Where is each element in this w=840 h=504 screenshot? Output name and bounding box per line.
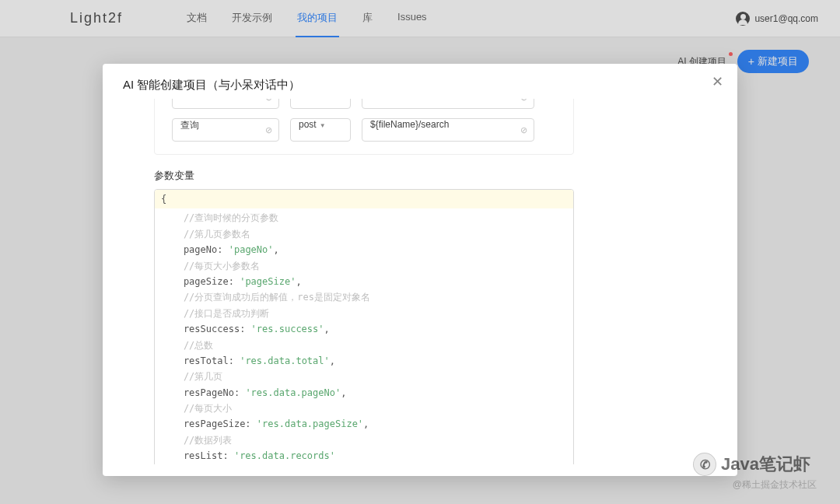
api-method-select[interactable]: post▼ — [290, 118, 351, 142]
code-rest: //查询时候的分页参数 //第几页参数名 pageNo: 'pageNo', /… — [155, 208, 573, 464]
api-config-block: 删除多条⊘post▼${fileName}/removeByIds⊘查询⊘pos… — [154, 99, 574, 155]
code-first-line: { — [155, 190, 573, 208]
clear-icon[interactable]: ⊘ — [520, 99, 527, 103]
api-name-input[interactable]: 查询⊘ — [172, 118, 279, 142]
close-icon[interactable]: ✕ — [712, 75, 723, 89]
params-code-area[interactable]: { //查询时候的分页参数 //第几页参数名 pageNo: 'pageNo',… — [154, 189, 574, 464]
params-label: 参数变量 — [154, 169, 711, 183]
api-row: 查询⊘post▼${fileName}/search⊘ — [172, 118, 556, 142]
modal-title: AI 智能创建项目（与小呆对话中） — [123, 78, 717, 93]
modal-body[interactable]: 删除多条⊘post▼${fileName}/removeByIds⊘查询⊘pos… — [123, 99, 717, 464]
ai-create-modal: ✕ AI 智能创建项目（与小呆对话中） 删除多条⊘post▼${fileName… — [103, 64, 737, 476]
api-url-input[interactable]: ${fileName}/search⊘ — [362, 118, 534, 142]
api-name-input[interactable]: 删除多条⊘ — [172, 99, 279, 109]
chevron-down-icon: ▼ — [320, 122, 326, 129]
clear-icon[interactable]: ⊘ — [265, 99, 272, 103]
clear-icon[interactable]: ⊘ — [265, 125, 272, 135]
api-row: 删除多条⊘post▼${fileName}/removeByIds⊘ — [172, 99, 556, 109]
api-url-input[interactable]: ${fileName}/removeByIds⊘ — [362, 99, 534, 109]
modal-overlay: ✕ AI 智能创建项目（与小呆对话中） 删除多条⊘post▼${fileName… — [0, 0, 840, 504]
api-method-select[interactable]: post▼ — [290, 99, 351, 109]
clear-icon[interactable]: ⊘ — [520, 125, 527, 135]
